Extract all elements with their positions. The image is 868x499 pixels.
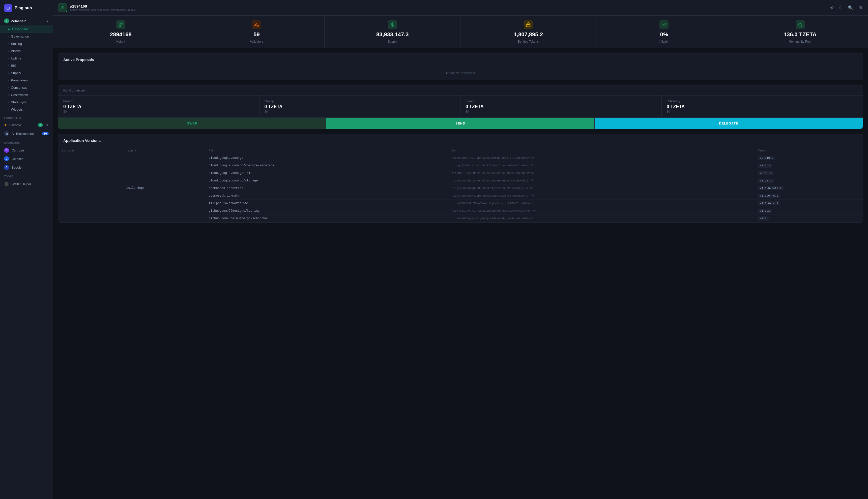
all-blockchains-item[interactable]: ⊞ All Blockchains 50 [0,129,53,138]
delegate-button[interactable]: DELEGATE [595,118,863,129]
arrow-icon: › [8,64,9,67]
stat-supply: 83,933,147.3 Supply [324,16,461,48]
arrow-icon: › [8,72,9,74]
refresh-icon[interactable]: ⟳ [531,179,534,182]
arrow-icon: › [8,108,9,111]
version-cell: v1.0.0-beta.7 [755,184,863,192]
balance-cell-balance: Balance 0 TZETA $0 [58,96,260,118]
active-proposals-title: Active Proposals [58,53,863,66]
sidebar-item-cosmwasm[interactable]: › Cosmwasm [0,91,53,99]
version-badge: v0.110.0 [758,156,775,160]
version-cell: v1.28.1 [755,177,863,184]
sidebar-item-blocks[interactable]: › Blocks [0,47,53,55]
chain-header[interactable]: Z Zetachain ▲ [0,16,53,25]
version-cell: v0.2.3 [755,162,863,169]
sidebar-item-governance[interactable]: › Governance [0,33,53,40]
reward-value: 0 TZETA [465,104,656,109]
pool-value: 136.0 TZETA [784,31,816,38]
wallet-helper-item[interactable]: ⬛ Wallet Helper [0,180,53,188]
active-proposals-section: Active Proposals No active proposals [58,53,863,80]
stat-height: 2894168 Height [53,16,189,48]
refresh-icon[interactable]: ⟳ [531,202,534,205]
validators-icon [252,20,261,29]
col-sum: Sum [448,147,755,154]
sponsor-name: Osmosis [12,148,24,152]
sidebar-item-widgets[interactable]: › Widgets [0,106,53,113]
sidebar-item-staking[interactable]: › Staking [0,40,53,47]
refresh-icon[interactable]: ⟳ [531,156,534,160]
path-cell: cloud.google.com/go/iam [206,169,449,177]
logo-text: Ping.pub [15,6,32,10]
path-cell: filippo.io/edwards25519 [206,199,449,207]
inflation-icon [659,20,668,29]
sum-cell: h1:Zc8gqp3+a9/Eyph2KDmcGaPtbKRloqq4YTlL4… [448,154,755,162]
balance-grid: Balance 0 TZETA $0 Staking 0 TZETA $0 Re… [58,96,863,118]
refresh-icon[interactable]: ⟳ [531,194,534,198]
arrow-icon: › [8,57,9,60]
bonded-value: 1,807,895.2 [514,31,543,38]
arrow-icon: › [8,50,9,52]
topbar: Z #2894168 https://zetachain-athens.bloc… [53,0,868,16]
main-content: Z #2894168 https://zetachain-athens.bloc… [53,0,868,499]
pool-icon [796,20,805,29]
path-cell: github.com/99designs/keyring [206,207,449,215]
block-number: #2894168 [70,4,135,8]
sidebar-item-dashboard[interactable]: ▶ Dashboard [0,25,53,33]
pool-label: Community Pool [789,40,811,43]
swap-button[interactable]: SWAP [58,118,326,129]
sidebar: ⬡ Ping.pub Z Zetachain ▲ ▶ Dashboard › G… [0,0,53,499]
nav-menu: ▶ Dashboard › Governance › Staking › Blo… [0,25,53,113]
sidebar-item-label: Governance [11,35,29,38]
sidebar-item-state-sync[interactable]: › State Sync [0,99,53,106]
bonded-icon [524,20,533,29]
sponsor-name: Becole [12,166,22,169]
arrow-icon: › [8,79,9,82]
sponsor-name: Celestia [12,157,23,161]
sponsor-celestia[interactable]: C Celestia [0,155,53,163]
sidebar-item-uptime[interactable]: › Uptime [0,55,53,62]
version-cell: v0.13.0 [755,169,863,177]
send-button[interactable]: SEND [326,118,594,129]
sidebar-item-parameters[interactable]: › Parameters [0,77,53,84]
app-versions-section: Application Versions app_name <appd> Pat… [58,134,863,222]
osmosis-icon: O [4,148,9,153]
arrow-icon: › [8,35,9,38]
height-icon [116,20,125,29]
refresh-icon[interactable]: ⟳ [533,209,536,213]
col-app-name: app_name [58,147,123,154]
refresh-icon[interactable]: ⟳ [531,217,534,220]
no-proposals-message: No active proposals [58,66,863,80]
refresh-icon[interactable]: ⟳ [530,186,532,190]
sponsor-osmosis[interactable]: O Osmosis [0,146,53,155]
not-connected-title: Not Connected [58,85,863,96]
ecosystem-label: ECOSYSTEM [0,113,53,121]
page-content: Active Proposals No active proposals Not… [53,48,868,228]
search-icon[interactable]: 🔍 [847,4,854,11]
staking-label: Staking [264,99,455,102]
stat-bonded: 1,807,895.2 Bonded Tokens [461,16,596,48]
sum-cell: h1:F5QDG5ChchaAVQhINh24U99OWHURqrW8OmQcG… [448,177,755,184]
supply-value: 83,933,147.3 [376,31,408,38]
sponsor-becole[interactable]: B Becole [0,163,53,172]
path-cell: github.com/ChainSafe/go-schnorkel [206,215,449,222]
favorite-item[interactable]: ★ Favorite 2 ▼ [0,121,53,129]
version-cell: v1.0.0-rc.0 [755,192,863,199]
sidebar-item-ibc[interactable]: › IBC [0,62,53,69]
path-cell: cosmossdk.io/errors [206,184,449,192]
translate-icon[interactable]: ⟲ [829,4,834,11]
balance-cell-unbonding: Unbonding 0 TZETA $0 [662,96,863,118]
sidebar-item-label: Parameters [11,78,28,82]
sum-cell: h1:+CmB+K0J/33d0zSQ9SlFWUeCCEn5XJA0ZMZ3p… [448,169,755,177]
sidebar-item-consensus[interactable]: › Consensus [0,84,53,91]
all-blockchains-badge: 50 [42,132,49,135]
version-cell: v0.110.0 [755,154,863,162]
grid-icon[interactable]: ⊞ [858,4,863,11]
balance-label: Balance [63,99,254,102]
refresh-icon[interactable]: ⟳ [531,171,534,175]
refresh-icon[interactable]: ⟳ [531,164,534,167]
version-badge: v0.13.0 [758,171,773,175]
not-connected-section: Not Connected Balance 0 TZETA $0 Staking… [58,85,863,129]
sidebar-item-supply[interactable]: › Supply [0,69,53,77]
moon-icon[interactable]: ☾ [838,4,844,11]
path-cell: cloud.google.com/go/storage [206,177,449,184]
